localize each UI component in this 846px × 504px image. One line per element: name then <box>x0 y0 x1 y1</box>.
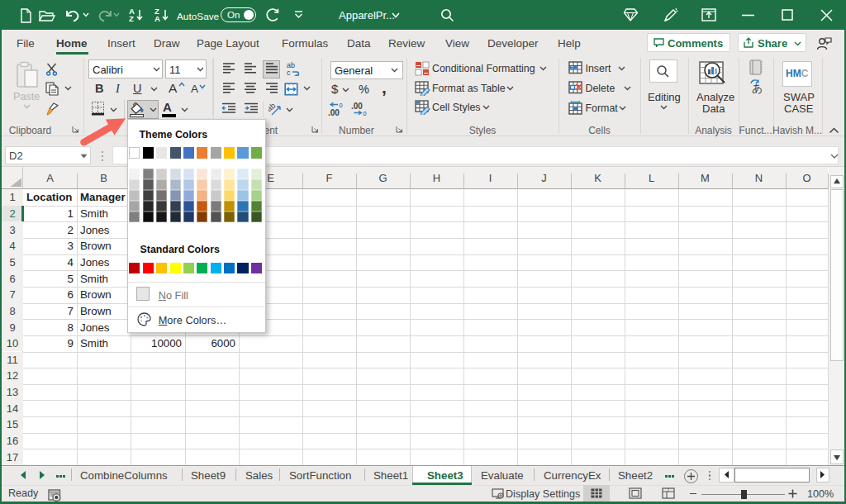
svg-text:.00: .00 <box>351 102 363 111</box>
svg-text:0: 0 <box>364 110 367 116</box>
svg-text:Z: Z <box>129 14 134 22</box>
svg-text:A: A <box>154 14 160 22</box>
svg-text:.00: .00 <box>328 108 340 117</box>
svg-text:0: 0 <box>340 102 343 109</box>
svg-text:c: c <box>287 69 291 76</box>
svg-text:あ: あ <box>752 82 763 94</box>
